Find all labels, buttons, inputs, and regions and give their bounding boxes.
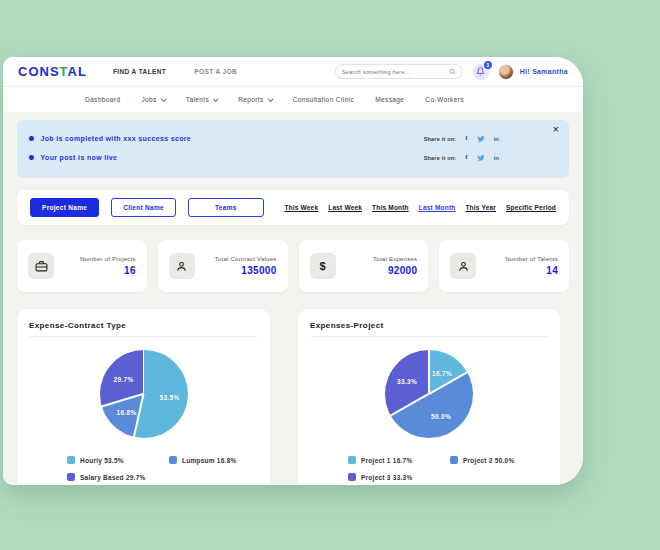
chevron-down-icon — [268, 96, 274, 102]
user-greeting[interactable]: Hi! Samantha — [520, 68, 568, 75]
facebook-icon[interactable]: f — [465, 154, 467, 161]
legend-item: Hourly 53.5% — [67, 456, 169, 464]
notification-count-badge: 3 — [484, 61, 492, 69]
nav-item-talents[interactable]: Talents — [186, 96, 217, 103]
legend-swatch — [67, 473, 75, 481]
contract-person-icon — [169, 253, 195, 279]
twitter-icon[interactable] — [477, 135, 485, 143]
chart-title: Expense-Contract Type — [29, 321, 258, 337]
period-links: This Week Last Week This Month Last Mont… — [284, 204, 556, 211]
nav-item-consultation-clinic[interactable]: Consultation Clinic — [293, 96, 354, 103]
legend-item: Project 1 16.7% — [348, 456, 450, 464]
slice-label: 29.7% — [114, 376, 134, 383]
period-last-week[interactable]: Last Week — [328, 204, 362, 211]
linkedin-icon[interactable]: in — [494, 155, 499, 161]
nav-item-reports[interactable]: Reports — [238, 96, 272, 103]
search-bar[interactable] — [335, 64, 463, 79]
period-this-week[interactable]: This Week — [284, 204, 318, 211]
stat-label: Number of Projects — [80, 256, 136, 262]
legend-item: Project 2 50.0% — [450, 456, 548, 464]
notification-bell-button[interactable]: 3 — [473, 64, 489, 80]
nav-item-message[interactable]: Message — [375, 96, 404, 103]
briefcase-icon — [28, 253, 54, 279]
chart-card-expenses-project: Expenses-Project 16.7% 50.0% 33.3% Proje… — [298, 309, 560, 485]
stat-value: 16 — [80, 265, 136, 276]
search-icon — [449, 68, 456, 75]
period-this-year[interactable]: This Year — [465, 204, 496, 211]
charts-row: Expense-Contract Type 53.5% 16.8% 29.7% … — [17, 309, 569, 485]
stat-label: Total Contract Values — [215, 256, 277, 262]
post-a-job-link[interactable]: POST A JOB — [194, 68, 237, 75]
stat-value: 135000 — [215, 265, 277, 276]
share-label: Share it on: — [424, 155, 457, 161]
app-window: CONSTAL FIND A TALENT POST A JOB 3 Hi! S… — [3, 57, 583, 485]
chart-legend: Hourly 53.5% Lumpsum 16.8% Salary Based … — [29, 456, 258, 481]
talent-person-icon — [450, 253, 476, 279]
stat-value: 92000 — [373, 265, 417, 276]
linkedin-icon[interactable]: in — [494, 136, 499, 142]
period-specific-period[interactable]: Specific Period — [506, 204, 556, 211]
bullet-dot-icon — [29, 136, 34, 141]
bell-icon — [476, 67, 485, 76]
chevron-down-icon — [161, 96, 167, 102]
slice-label: 16.8% — [117, 409, 137, 416]
share-label: Share it on: — [424, 136, 457, 142]
stat-card-contract-values[interactable]: Total Contract Values135000 — [158, 240, 288, 292]
bullet-dot-icon — [29, 155, 34, 160]
search-input[interactable] — [342, 69, 449, 75]
chart-legend: Project 1 16.7% Project 2 50.0% Project … — [310, 456, 548, 481]
pie-chart-expenses-project[interactable]: 16.7% 50.0% 33.3% — [385, 350, 473, 438]
find-a-talent-link[interactable]: FIND A TALENT — [113, 68, 166, 75]
twitter-icon[interactable] — [477, 154, 485, 162]
notification-text: Your post is now live — [41, 154, 118, 161]
nav-item-co-workers[interactable]: Co-Workers — [425, 96, 464, 103]
logo-part: AL — [68, 64, 87, 79]
slice-label: 33.3% — [397, 378, 417, 385]
slice-label: 16.7% — [432, 370, 452, 377]
filter-button-project-name[interactable]: Project Name — [30, 198, 99, 217]
close-icon[interactable]: × — [553, 124, 559, 135]
notification-text: Job is completed with xxx success score — [41, 135, 192, 142]
stat-cards-row: Number of Projects16 Total Contract Valu… — [17, 240, 569, 292]
legend-swatch — [450, 456, 458, 464]
notification-banner: × Job is completed with xxx success scor… — [17, 120, 569, 178]
top-header: CONSTAL FIND A TALENT POST A JOB 3 Hi! S… — [3, 57, 583, 87]
filter-button-client-name[interactable]: Client Name — [111, 198, 176, 217]
period-this-month[interactable]: This Month — [372, 204, 409, 211]
legend-swatch — [348, 473, 356, 481]
notification-row: Job is completed with xxx success score … — [29, 129, 557, 148]
user-avatar[interactable] — [498, 64, 514, 80]
legend-swatch — [67, 456, 75, 464]
filter-button-teams[interactable]: Teams — [188, 198, 264, 217]
main-content: × Job is completed with xxx success scor… — [3, 112, 583, 485]
pie-chart-expense-contract-type[interactable]: 53.5% 16.8% 29.7% — [100, 350, 188, 438]
slice-label: 50.0% — [431, 413, 451, 420]
facebook-icon[interactable]: f — [465, 135, 467, 142]
stat-card-expenses[interactable]: $ Total Expenses92000 — [299, 240, 429, 292]
stat-label: Total Expenses — [373, 256, 417, 262]
stat-value: 14 — [505, 265, 558, 276]
filter-bar: Project Name Client Name Teams This Week… — [17, 190, 569, 225]
stat-card-projects[interactable]: Number of Projects16 — [17, 240, 147, 292]
nav-item-jobs[interactable]: Jobs — [141, 96, 164, 103]
nav-item-dashboard[interactable]: Dashboard — [85, 96, 120, 103]
stat-label: Number of Talents — [505, 256, 558, 262]
chevron-down-icon — [213, 96, 219, 102]
constal-logo[interactable]: CONSTAL — [18, 64, 87, 79]
chart-card-expense-contract-type: Expense-Contract Type 53.5% 16.8% 29.7% … — [17, 309, 270, 485]
legend-item: Project 3 33.3% — [348, 473, 450, 481]
logo-part: T — [60, 64, 68, 79]
slice-label: 53.5% — [160, 394, 180, 401]
legend-item: Salary Based 29.7% — [67, 473, 169, 481]
legend-swatch — [348, 456, 356, 464]
period-last-month[interactable]: Last Month — [419, 204, 456, 211]
stat-card-talents[interactable]: Number of Talents14 — [439, 240, 569, 292]
share-group: Share it on: f in — [424, 135, 499, 143]
legend-item: Lumpsum 16.8% — [169, 456, 258, 464]
dollar-icon: $ — [310, 253, 336, 279]
notification-row: Your post is now live Share it on: f in — [29, 148, 557, 167]
legend-swatch — [169, 456, 177, 464]
main-nav: Dashboard Jobs Talents Reports Consultat… — [3, 87, 583, 112]
logo-part: CONS — [18, 64, 60, 79]
share-group: Share it on: f in — [424, 154, 499, 162]
